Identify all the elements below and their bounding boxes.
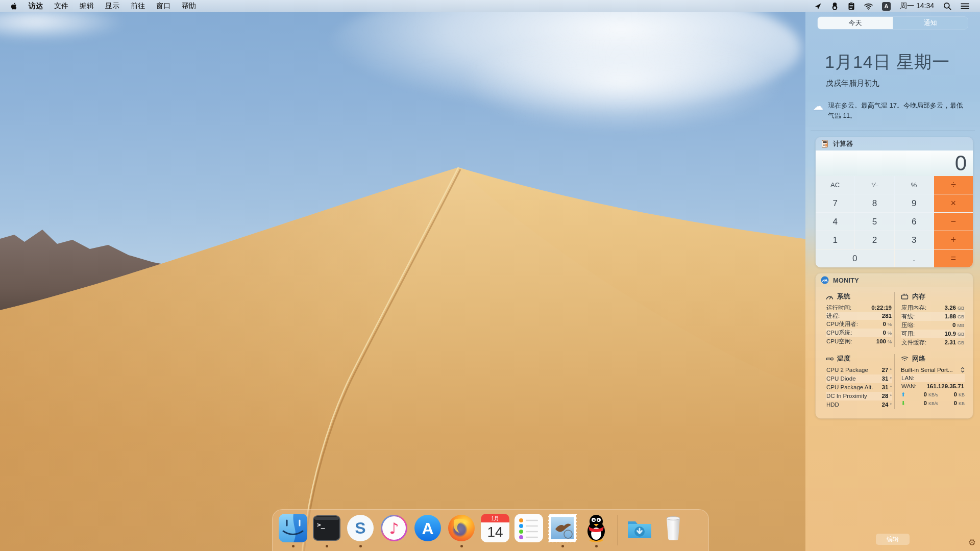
location-services-icon[interactable] xyxy=(810,0,826,12)
key-8[interactable]: 8 xyxy=(855,194,894,212)
dock-item-calendar[interactable]: 1月 14 xyxy=(481,514,509,547)
svg-text:S: S xyxy=(355,519,365,537)
monity-memory-title: 内存 xyxy=(912,292,925,301)
wifi-icon[interactable] xyxy=(860,0,877,12)
key-divide[interactable]: ÷ xyxy=(934,176,973,194)
key-6[interactable]: 6 xyxy=(895,213,934,231)
dock-item-itunes[interactable]: ♪ xyxy=(380,514,408,547)
menu-item-go[interactable]: 前往 xyxy=(125,0,151,12)
dock-item-firefox[interactable] xyxy=(447,514,476,547)
calculator-keypad: AC ⁺⁄₋ % ÷ 7 8 9 × 4 5 6 − 1 2 3 + 0 . = xyxy=(816,176,973,267)
key-9[interactable]: 9 xyxy=(895,194,934,212)
shadowsocks-icon: S xyxy=(346,514,375,542)
stat-row: 可用:10.9GB xyxy=(901,330,965,338)
finder-icon xyxy=(279,514,307,542)
calculator-widget-title: 计算器 xyxy=(833,139,853,148)
menu-item-view[interactable]: 显示 xyxy=(100,0,125,12)
key-plus-minus[interactable]: ⁺⁄₋ xyxy=(855,176,894,194)
dock-item-downloads[interactable] xyxy=(625,514,654,547)
tab-notifications[interactable]: 通知 xyxy=(893,17,968,29)
monity-temperature-title: 温度 xyxy=(837,354,850,363)
key-multiply[interactable]: × xyxy=(934,194,973,212)
menu-item-edit[interactable]: 编辑 xyxy=(74,0,100,12)
key-minus[interactable]: − xyxy=(934,213,973,231)
notification-center-panel: 今天 通知 1月14日 星期一 戊戌年腊月初九 ☁ 现在多云。最高气温 17。今… xyxy=(805,12,980,551)
monity-widget-title: MONITY xyxy=(833,277,859,284)
memory-chip-icon xyxy=(901,293,909,300)
monity-temperature-section: 温度 CPU 2 Package27° CPU Diode31° CPU Pac… xyxy=(822,354,894,409)
apple-menu[interactable] xyxy=(6,2,23,10)
stat-row: DC In Proximity28° xyxy=(826,392,892,400)
key-3[interactable]: 3 xyxy=(895,231,934,249)
running-indicator xyxy=(359,545,362,547)
mail-icon xyxy=(548,514,577,542)
settings-gear-icon[interactable]: ⚙ xyxy=(968,537,976,548)
key-5[interactable]: 5 xyxy=(855,213,894,231)
menu-item-window[interactable]: 窗口 xyxy=(151,0,176,12)
running-indicator xyxy=(326,545,328,547)
stat-row: 文件缓存:2.31GB xyxy=(901,338,965,347)
dock-item-qq[interactable] xyxy=(582,514,610,547)
reminders-icon xyxy=(514,514,543,542)
stat-row: CPU 2 Package27° xyxy=(826,366,892,374)
dock-item-terminal[interactable]: >_ xyxy=(312,514,341,547)
stat-row: CPU系统:0% xyxy=(826,329,892,337)
key-ac[interactable]: AC xyxy=(816,176,854,194)
dock-item-trash[interactable] xyxy=(659,514,688,547)
upload-arrow-icon: ⬆ xyxy=(901,390,908,398)
nc-tab-switcher: 今天 通知 xyxy=(818,17,968,29)
lunar-date: 戊戌年腊月初九 xyxy=(826,79,968,88)
key-0[interactable]: 0 xyxy=(816,249,894,267)
dock: >_ S ♪ A xyxy=(272,509,709,551)
calculator-display: 0 xyxy=(816,151,973,176)
running-indicator xyxy=(292,545,295,547)
menu-item-help[interactable]: 帮助 xyxy=(176,0,202,12)
network-interface-selector[interactable]: Built-in Serial Port... xyxy=(901,366,965,374)
key-equals[interactable]: = xyxy=(934,249,973,267)
monity-system-section: 系统 运行时间:0:22:19 进程:281 CPU使用者:0% CPU系统:0… xyxy=(822,292,894,347)
app-store-icon: A xyxy=(413,514,442,542)
key-plus[interactable]: + xyxy=(934,231,973,249)
key-percent[interactable]: % xyxy=(895,176,934,194)
input-source-icon[interactable]: A xyxy=(877,0,895,12)
qq-status-icon[interactable] xyxy=(826,0,843,12)
monity-icon xyxy=(821,276,829,284)
dock-item-finder[interactable] xyxy=(279,514,307,547)
edit-button[interactable]: 编辑 xyxy=(876,534,910,545)
terminal-icon: >_ xyxy=(312,514,341,542)
stat-row: 进程:281 xyxy=(826,312,892,320)
menu-item-finder[interactable]: 访达 xyxy=(23,0,48,12)
key-1[interactable]: 1 xyxy=(816,231,854,249)
stat-row: CPU使用者:0% xyxy=(826,320,892,329)
dock-item-app-store[interactable]: A xyxy=(413,514,442,547)
notification-center-icon[interactable] xyxy=(956,0,974,12)
stat-row: 运行时间:0:22:19 xyxy=(826,304,892,312)
key-4[interactable]: 4 xyxy=(816,213,854,231)
stat-row: 有线:1.88GB xyxy=(901,312,965,321)
tab-today[interactable]: 今天 xyxy=(818,17,893,29)
menu-bar-clock[interactable]: 周一 14:34 xyxy=(895,2,939,11)
clipboard-icon[interactable] xyxy=(843,0,860,12)
dock-item-mail[interactable] xyxy=(548,514,577,547)
monity-network-section: 网络 Built-in Serial Port... LAN: WAN:161.… xyxy=(894,354,967,409)
dock-item-shadowsocks[interactable]: S xyxy=(346,514,375,547)
qq-icon xyxy=(582,514,610,542)
spotlight-search-icon[interactable] xyxy=(939,0,956,12)
stat-row: HDD24° xyxy=(826,400,892,409)
key-7[interactable]: 7 xyxy=(816,194,854,212)
calendar-day: 14 xyxy=(487,524,503,540)
dock-item-reminders[interactable] xyxy=(514,514,543,547)
monity-system-title: 系统 xyxy=(837,292,850,301)
svg-text:♪: ♪ xyxy=(389,519,399,537)
running-indicator xyxy=(595,545,598,547)
itunes-icon: ♪ xyxy=(380,514,408,542)
key-decimal[interactable]: . xyxy=(895,249,934,267)
date-title: 1月14日 星期一 xyxy=(825,51,968,74)
monity-memory-section: 内存 应用内存:3.26GB 有线:1.88GB 压缩:0MB 可用:10.9G… xyxy=(894,292,967,347)
cloud-icon: ☁ xyxy=(813,101,823,111)
key-2[interactable]: 2 xyxy=(855,231,894,249)
thermometer-icon xyxy=(826,356,834,362)
menu-item-file[interactable]: 文件 xyxy=(48,0,74,12)
calculator-icon xyxy=(821,140,829,148)
upload-row: ⬆ 0KB/s 0KB xyxy=(901,390,965,399)
